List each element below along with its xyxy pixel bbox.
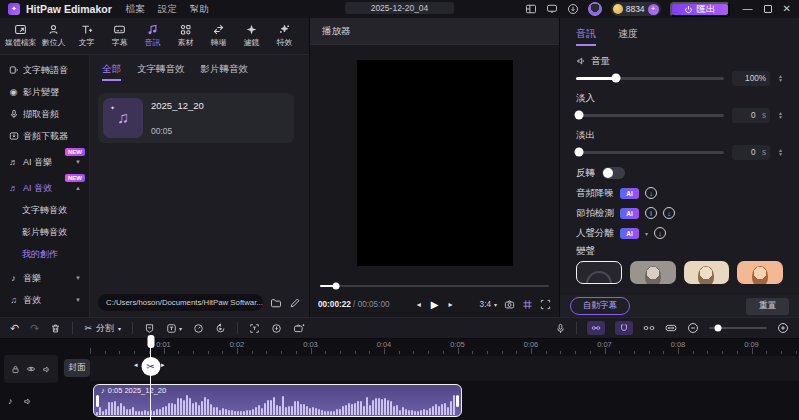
tab-media[interactable]: 媒體檔案 [4, 23, 37, 49]
aspect-ratio-select[interactable]: 3:4▾ [480, 300, 497, 309]
tab-audio-props[interactable]: 音訊 [576, 27, 596, 46]
sidebar-item-music[interactable]: ♪ 音樂 ▼ [4, 268, 85, 288]
denoise-download-icon[interactable]: ↓ [645, 187, 657, 199]
library-tab-all[interactable]: 全部 [102, 63, 121, 81]
menu-file[interactable]: 檔案 [126, 3, 145, 16]
zoom-out-button[interactable] [687, 322, 699, 334]
beat-download-icon[interactable]: ↓ [663, 207, 675, 219]
fade-out-value[interactable]: 0 s [732, 145, 770, 160]
timeline-area[interactable]: 0:010:020:030:040:050:060:070:080:09 ♪ 封… [0, 339, 799, 420]
audio-track-note-icon[interactable]: ♪ [8, 396, 13, 406]
reverse-toggle[interactable] [602, 167, 625, 179]
volume-stepper[interactable]: ▲▼ [778, 74, 783, 82]
tab-effects[interactable]: 特效 [268, 23, 301, 49]
fit-timeline-icon[interactable] [665, 322, 677, 334]
marker-button[interactable] [144, 323, 155, 334]
sidebar-item-text-to-sfx[interactable]: 文字轉音效 [4, 200, 85, 220]
user-avatar[interactable] [588, 2, 602, 16]
audio-clip[interactable]: ♪ 0:05 2025_12_20 [93, 384, 462, 417]
tab-elements[interactable]: 素材 [169, 23, 202, 49]
nudge-left-icon[interactable]: ◂ [134, 361, 138, 369]
zoom-in-button[interactable] [777, 322, 789, 334]
grid-overlay-icon[interactable] [522, 299, 533, 310]
voice-option-1[interactable] [630, 261, 676, 284]
tab-filters[interactable]: 濾鏡 [235, 23, 268, 49]
fade-in-stepper[interactable]: ▲▼ [778, 111, 783, 119]
reset-button[interactable]: 重置 [746, 298, 789, 315]
menu-help[interactable]: 幫助 [190, 3, 209, 16]
voice-option-original[interactable] [576, 261, 622, 284]
credits-pill[interactable]: 8834 + [611, 2, 661, 16]
clip-left-handle[interactable] [96, 395, 99, 407]
fade-out-slider[interactable] [576, 151, 724, 154]
split-button[interactable]: ✂ 分割 ▾ [84, 322, 121, 335]
clip-right-handle[interactable] [456, 395, 459, 407]
cut-at-playhead-button[interactable]: ✂ [141, 357, 160, 376]
volume-value[interactable]: 100% [732, 71, 770, 86]
lock-icon[interactable] [11, 365, 20, 374]
chevron-down-icon[interactable]: ▾ [645, 230, 648, 237]
tab-transitions[interactable]: 轉場 [202, 23, 235, 49]
add-credits-button[interactable]: + [648, 4, 659, 15]
media-item[interactable]: ♫✦ 2025_12_20 00:05 [98, 93, 294, 143]
close-button[interactable]: ✕ [783, 4, 791, 14]
folder-icon[interactable] [270, 297, 282, 309]
edit-pencil-icon[interactable] [289, 297, 301, 309]
volume-slider[interactable] [576, 77, 724, 80]
tab-digital-human[interactable]: 數位人 [37, 23, 70, 49]
video-track-lane[interactable] [90, 356, 799, 381]
fade-in-value[interactable]: 0 s [732, 108, 770, 123]
add-text-button[interactable]: ▾ [166, 323, 182, 334]
export-frame-button[interactable] [293, 323, 305, 334]
next-frame-button[interactable]: ▸ [448, 300, 452, 309]
timeline-zoom-slider[interactable] [709, 327, 767, 329]
minimize-button[interactable]: — [743, 4, 753, 14]
tab-speed-props[interactable]: 速度 [618, 27, 638, 46]
tab-text[interactable]: 文字 [70, 23, 103, 49]
snapshot-icon[interactable] [504, 299, 515, 310]
fade-in-slider[interactable] [576, 114, 724, 117]
redo-button[interactable]: ↷ [30, 322, 39, 335]
voice-option-2[interactable] [684, 261, 730, 284]
sidebar-item-sound-effects[interactable]: ♫ 音效 ▼ [4, 290, 85, 310]
tab-audio[interactable]: 音訊 [136, 23, 169, 49]
download-manager-icon[interactable] [567, 3, 579, 15]
playhead[interactable]: ◂ ✂ ▸ [150, 339, 151, 420]
import-button[interactable] [271, 323, 282, 334]
menu-settings[interactable]: 設定 [158, 3, 177, 16]
prev-frame-button[interactable]: ◂ [417, 300, 421, 309]
visibility-eye-icon[interactable] [26, 364, 36, 374]
sidebar-item-audio-downloader[interactable]: 音頻下載器 [4, 126, 85, 146]
layout-panels-icon[interactable] [525, 3, 537, 15]
sidebar-item-extract-audio[interactable]: 擷取音頻 [4, 104, 85, 124]
seek-bar[interactable] [320, 285, 549, 287]
nudge-right-icon[interactable]: ▸ [161, 361, 165, 369]
feedback-icon[interactable] [546, 3, 558, 15]
fullscreen-icon[interactable] [540, 299, 551, 310]
sidebar-item-video-to-sfx[interactable]: 影片轉音效 [4, 222, 85, 242]
unlink-icon[interactable] [643, 322, 655, 334]
magnet-toggle[interactable] [615, 321, 633, 335]
playhead-handle[interactable] [147, 335, 154, 348]
library-tab-video-to-sfx[interactable]: 影片轉音效 [201, 63, 249, 81]
sidebar-item-my-creations[interactable]: 我的創作 [4, 244, 85, 264]
reverse-play-button[interactable] [215, 323, 226, 334]
vocal-download-icon[interactable]: ↓ [654, 227, 666, 239]
library-tab-text-to-sfx[interactable]: 文字轉音效 [137, 63, 185, 81]
speed-button[interactable] [193, 323, 204, 334]
audio-mute-icon[interactable] [23, 397, 32, 406]
fade-out-stepper[interactable]: ▲▼ [778, 148, 783, 156]
sidebar-item-ai-sound-effects[interactable]: ♬ AI 音效 NEW ▲ [4, 178, 85, 198]
play-button[interactable]: ▶ [431, 299, 439, 310]
sidebar-item-text-to-speech[interactable]: 文字轉語音 [4, 60, 85, 80]
delete-button[interactable] [50, 323, 61, 334]
maximize-button[interactable] [764, 5, 772, 13]
sidebar-item-video-voice-change[interactable]: ◉ 影片變聲 [4, 82, 85, 102]
save-path-input[interactable]: C:/Users/hoson/Documents/HitPaw Softwar.… [98, 294, 263, 311]
cover-button[interactable]: 封面 [64, 359, 90, 377]
tab-subtitles[interactable]: 字幕 [103, 23, 136, 49]
record-mic-button[interactable] [555, 323, 566, 334]
undo-button[interactable]: ↶ [10, 322, 19, 335]
link-clips-toggle[interactable] [587, 321, 605, 335]
timeline-ruler[interactable]: 0:010:020:030:040:050:060:070:080:09 [0, 339, 799, 355]
